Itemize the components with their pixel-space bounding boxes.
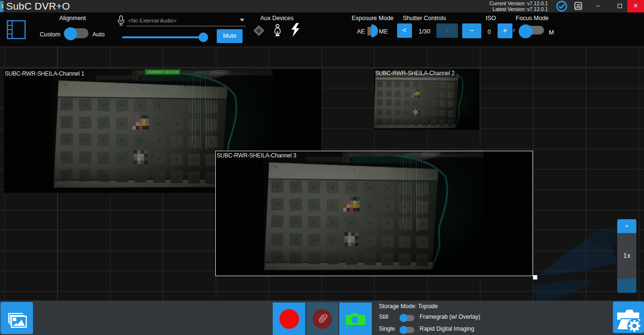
- svg-text:2025/06/17 16:21:06: 2025/06/17 16:21:06: [147, 70, 178, 74]
